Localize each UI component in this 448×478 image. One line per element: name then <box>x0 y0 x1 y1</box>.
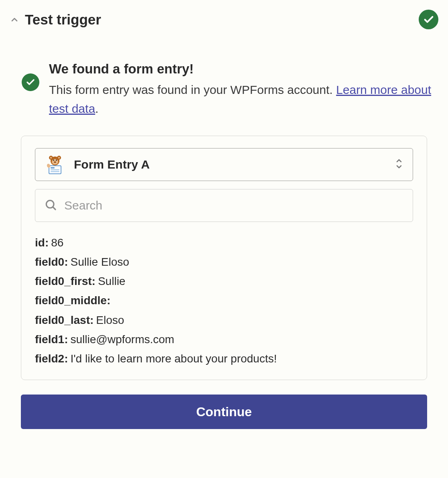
search-input[interactable] <box>64 199 404 212</box>
field-key: field2: <box>35 352 68 365</box>
field-key: field0_first: <box>35 275 96 287</box>
check-icon <box>423 14 434 25</box>
search-icon <box>44 198 57 213</box>
field-key: id: <box>35 236 49 249</box>
field-row: field0_middle: <box>35 291 413 310</box>
fields-list: id:86 field0:Sullie Eloso field0_first:S… <box>35 233 413 368</box>
field-value: Sullie <box>98 275 125 287</box>
found-entry-message: We found a form entry! This form entry w… <box>10 61 438 118</box>
message-body: This form entry was found in your WPForm… <box>49 81 438 118</box>
status-success-badge <box>419 10 438 29</box>
svg-point-4 <box>58 157 60 159</box>
field-row: field0:Sullie Eloso <box>35 252 413 272</box>
field-key: field1: <box>35 333 68 346</box>
entry-card: Form Entry A id:86 field0:Sullie Eloso f… <box>21 136 427 380</box>
field-value: I'd like to learn more about your produc… <box>70 352 277 365</box>
svg-point-6 <box>53 159 54 161</box>
message-body-after: . <box>95 102 98 115</box>
field-value: Eloso <box>96 314 124 326</box>
form-entry-selector[interactable]: Form Entry A <box>35 148 413 181</box>
field-row: field0_last:Eloso <box>35 311 413 330</box>
field-value: sullie@wpforms.com <box>70 333 174 346</box>
search-box[interactable] <box>35 189 413 222</box>
chevron-up-icon <box>10 14 19 25</box>
message-body-text: This form entry was found in your WPForm… <box>49 83 336 96</box>
section-title: Test trigger <box>25 12 101 28</box>
check-icon <box>26 77 35 87</box>
field-row: id:86 <box>35 233 413 252</box>
field-key: field0: <box>35 256 68 268</box>
svg-rect-12 <box>51 171 59 172</box>
wpforms-app-icon <box>44 154 66 175</box>
selector-selected-label: Form Entry A <box>74 158 386 171</box>
field-value: 86 <box>51 236 63 249</box>
collapse-toggle[interactable] <box>10 15 19 24</box>
svg-point-8 <box>54 161 56 163</box>
svg-point-7 <box>56 159 57 161</box>
svg-rect-10 <box>51 167 55 169</box>
field-row: field1:sullie@wpforms.com <box>35 330 413 349</box>
svg-rect-11 <box>51 169 59 170</box>
svg-point-3 <box>50 157 52 159</box>
field-key: field0_middle: <box>35 294 110 307</box>
chevrons-up-down-icon <box>394 157 404 172</box>
continue-button[interactable]: Continue <box>21 395 427 429</box>
field-row: field2:I'd like to learn more about your… <box>35 349 413 368</box>
message-title: We found a form entry! <box>49 61 438 77</box>
field-row: field0_first:Sullie <box>35 272 413 291</box>
message-success-badge <box>22 73 39 91</box>
field-value: Sullie Eloso <box>70 256 129 268</box>
field-key: field0_last: <box>35 314 94 326</box>
svg-line-15 <box>53 207 55 210</box>
